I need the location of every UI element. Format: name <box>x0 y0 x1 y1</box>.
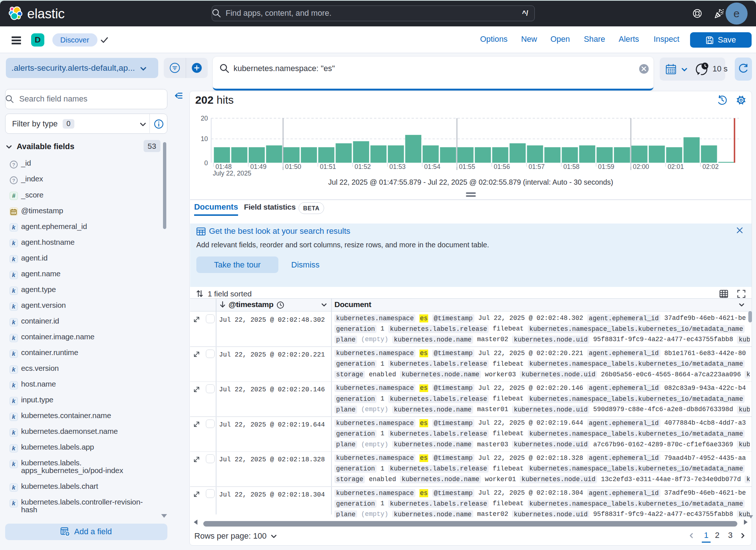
svg-text:01:55: 01:55 <box>459 163 475 170</box>
svg-text:01:57: 01:57 <box>529 163 545 170</box>
svg-text:02:02: 02:02 <box>703 163 719 170</box>
svg-text:01:56: 01:56 <box>494 163 510 170</box>
svg-text:01:54: 01:54 <box>424 163 440 170</box>
svg-text:01:50: 01:50 <box>285 163 301 170</box>
svg-text:01:48: 01:48 <box>215 163 231 170</box>
svg-text:20: 20 <box>201 115 208 122</box>
svg-text:01:58: 01:58 <box>563 163 579 170</box>
svg-text:01:53: 01:53 <box>389 163 405 170</box>
svg-text:01:59: 01:59 <box>598 163 614 170</box>
svg-text:?: ? <box>12 178 15 183</box>
svg-text:01:52: 01:52 <box>355 163 371 170</box>
svg-text:01:51: 01:51 <box>320 163 336 170</box>
svg-text:?: ? <box>12 162 15 167</box>
svg-text:02:01: 02:01 <box>668 163 684 170</box>
svg-text:July 22, 2025: July 22, 2025 <box>213 170 251 177</box>
svg-text:01:49: 01:49 <box>250 163 266 170</box>
svg-text:02:00: 02:00 <box>633 163 649 170</box>
svg-text:0: 0 <box>204 159 208 166</box>
svg-text:10: 10 <box>201 135 208 143</box>
